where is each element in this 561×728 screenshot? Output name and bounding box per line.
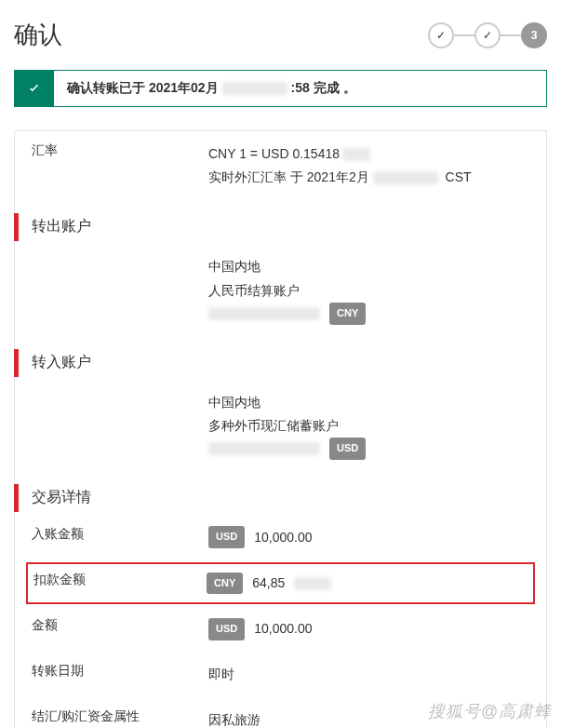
currency-badge-cny: CNY bbox=[329, 303, 366, 325]
section-to-account: 转入账户 bbox=[15, 336, 546, 380]
success-message: 确认转账已于 2021年02月 :58 完成 。 bbox=[54, 71, 369, 106]
row-debit-amount: 扣款金额 CNY 64,85 bbox=[32, 572, 528, 595]
row-rate: 汇率 CNY 1 = USD 0.15418 实时外汇汇率 于 2021年2月 … bbox=[15, 131, 546, 200]
value-to-account: 中国内地 多种外币现汇储蓄账户 USD bbox=[208, 391, 529, 460]
value-date: 即时 bbox=[208, 663, 529, 686]
value-purpose: 因私旅游 bbox=[208, 708, 529, 728]
label-debit: 扣款金额 bbox=[33, 572, 207, 588]
section-title-from: 转出账户 bbox=[15, 217, 91, 236]
success-alert: 确认转账已于 2021年02月 :58 完成 。 bbox=[14, 70, 547, 107]
redacted bbox=[294, 577, 331, 590]
page-header: 确认 ✓ ✓ 3 bbox=[14, 19, 547, 51]
row-fx-purpose: 结汇/购汇资金属性 因私旅游 bbox=[15, 697, 546, 728]
step-1-check-icon: ✓ bbox=[428, 22, 454, 48]
currency-badge-cny: CNY bbox=[207, 573, 243, 595]
redacted-account-number bbox=[208, 307, 320, 320]
redacted bbox=[342, 148, 370, 161]
section-title-txn: 交易详情 bbox=[15, 488, 91, 507]
step-connector bbox=[454, 34, 474, 36]
label-rate: 汇率 bbox=[32, 142, 208, 159]
details-panel: 汇率 CNY 1 = USD 0.15418 实时外汇汇率 于 2021年2月 … bbox=[14, 130, 547, 728]
section-marker bbox=[14, 213, 19, 241]
value-credit: USD 10,000.00 bbox=[208, 526, 529, 549]
currency-badge-usd: USD bbox=[208, 526, 245, 548]
value-debit: CNY 64,85 bbox=[207, 572, 528, 595]
redacted bbox=[373, 171, 438, 184]
currency-badge-usd: USD bbox=[329, 438, 366, 460]
section-title-to: 转入账户 bbox=[15, 353, 91, 372]
value-from-account: 中国内地 人民币结算账户 CNY bbox=[208, 255, 529, 324]
label-purpose: 结汇/购汇资金属性 bbox=[32, 708, 208, 725]
section-transaction: 交易详情 bbox=[15, 471, 546, 515]
row-to-account: 中国内地 多种外币现汇储蓄账户 USD bbox=[15, 380, 546, 471]
step-2-check-icon: ✓ bbox=[474, 22, 501, 48]
page-title: 确认 bbox=[14, 19, 62, 51]
label-credit: 入账金额 bbox=[32, 526, 208, 543]
step-indicator: ✓ ✓ 3 bbox=[428, 22, 547, 48]
label-date: 转账日期 bbox=[32, 663, 208, 680]
row-from-account: 中国内地 人民币结算账户 CNY bbox=[15, 244, 546, 335]
section-marker bbox=[14, 349, 19, 377]
success-check-icon bbox=[15, 71, 54, 106]
value-rate: CNY 1 = USD 0.15418 实时外汇汇率 于 2021年2月 CST bbox=[208, 142, 529, 189]
row-credit-amount: 入账金额 USD 10,000.00 bbox=[15, 515, 546, 560]
redacted-datetime bbox=[222, 82, 287, 95]
section-from-account: 转出账户 bbox=[15, 200, 546, 244]
row-transfer-date: 转账日期 即时 bbox=[15, 652, 546, 697]
currency-badge-usd: USD bbox=[208, 618, 245, 640]
step-connector bbox=[501, 34, 521, 36]
highlight-debit-amount: 扣款金额 CNY 64,85 bbox=[26, 562, 535, 604]
row-amount: 金额 USD 10,000.00 bbox=[15, 606, 546, 652]
redacted-account-number bbox=[208, 442, 320, 455]
section-marker bbox=[14, 484, 19, 512]
step-3-current: 3 bbox=[521, 22, 547, 48]
label-amount: 金额 bbox=[32, 617, 208, 634]
value-amount: USD 10,000.00 bbox=[208, 617, 529, 640]
